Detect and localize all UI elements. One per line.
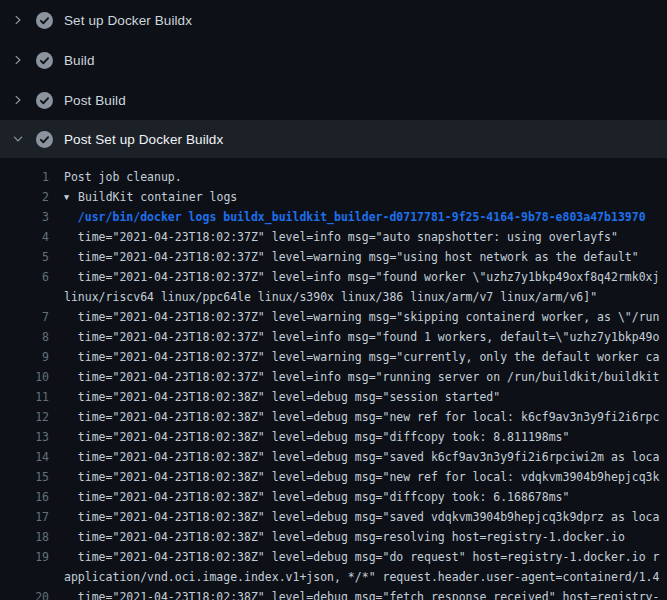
line-number[interactable]: 12: [0, 407, 49, 427]
log-text: time="2021-04-23T18:02:38Z" level=debug …: [64, 447, 659, 467]
log-line: 19 time="2021-04-23T18:02:38Z" level=deb…: [0, 547, 667, 567]
step-header-2[interactable]: Build: [0, 40, 667, 80]
log-line: 13 time="2021-04-23T18:02:38Z" level=deb…: [0, 427, 667, 447]
log-text: Post job cleanup.: [64, 167, 182, 187]
line-number[interactable]: [0, 287, 49, 307]
line-number[interactable]: 7: [0, 307, 49, 327]
log-text: time="2021-04-23T18:02:37Z" level=info m…: [64, 367, 659, 387]
log-text: time="2021-04-23T18:02:38Z" level=debug …: [64, 407, 659, 427]
line-number[interactable]: 16: [0, 487, 49, 507]
log-line: 1 Post job cleanup.: [0, 167, 667, 187]
log-line-continuation: application/vnd.oci.image.index.v1+json,…: [0, 567, 667, 587]
step-header-3[interactable]: Post Build: [0, 80, 667, 120]
log-line: 4 time="2021-04-23T18:02:37Z" level=info…: [0, 227, 667, 247]
log-text: time="2021-04-23T18:02:38Z" level=debug …: [64, 427, 569, 447]
line-number[interactable]: 8: [0, 327, 49, 347]
log-text: time="2021-04-23T18:02:38Z" level=debug …: [64, 467, 659, 487]
group-toggle-icon[interactable]: ▼: [64, 187, 78, 207]
log-text: time="2021-04-23T18:02:38Z" level=debug …: [64, 507, 659, 527]
log-text: linux/riscv64 linux/ppc64le linux/s390x …: [64, 287, 597, 307]
log-line: 8 time="2021-04-23T18:02:37Z" level=info…: [0, 327, 667, 347]
line-number[interactable]: 6: [0, 267, 49, 287]
log-line: 16 time="2021-04-23T18:02:38Z" level=deb…: [0, 487, 667, 507]
log-text: time="2021-04-23T18:02:38Z" level=debug …: [64, 547, 659, 567]
log-text: time="2021-04-23T18:02:38Z" level=debug …: [64, 487, 569, 507]
line-number[interactable]: 2: [0, 187, 49, 207]
log-line: 20 time="2021-04-23T18:02:38Z" level=deb…: [0, 587, 667, 600]
log-line: 18 time="2021-04-23T18:02:38Z" level=deb…: [0, 527, 667, 547]
log-line: 9 time="2021-04-23T18:02:37Z" level=warn…: [0, 347, 667, 367]
check-circle-icon: [36, 12, 53, 29]
chevron-icon: [12, 133, 24, 145]
steps-list: Set up Docker Buildx Build P: [0, 0, 667, 158]
line-number[interactable]: 17: [0, 507, 49, 527]
log-line: 17 time="2021-04-23T18:02:38Z" level=deb…: [0, 507, 667, 527]
log-line: 10 time="2021-04-23T18:02:37Z" level=inf…: [0, 367, 667, 387]
line-number[interactable]: 3: [0, 207, 49, 227]
log-text: time="2021-04-23T18:02:37Z" level=warnin…: [64, 307, 659, 327]
log-text: application/vnd.oci.image.index.v1+json,…: [64, 567, 659, 587]
line-number[interactable]: 11: [0, 387, 49, 407]
step-title: Post Build: [64, 93, 126, 108]
line-number[interactable]: 20: [0, 587, 49, 600]
line-number[interactable]: 1: [0, 167, 49, 187]
log-line-continuation: linux/riscv64 linux/ppc64le linux/s390x …: [0, 287, 667, 307]
log-line: 11 time="2021-04-23T18:02:38Z" level=deb…: [0, 387, 667, 407]
log-text: time="2021-04-23T18:02:37Z" level=info m…: [64, 227, 618, 247]
check-circle-icon: [36, 92, 53, 109]
log-text: time="2021-04-23T18:02:37Z" level=warnin…: [64, 247, 639, 267]
step-title: Set up Docker Buildx: [64, 13, 192, 28]
line-number[interactable]: 15: [0, 467, 49, 487]
line-number[interactable]: 5: [0, 247, 49, 267]
log-line: 6 time="2021-04-23T18:02:37Z" level=info…: [0, 267, 667, 287]
group-label: BuildKit container logs: [78, 190, 237, 204]
step-header-1[interactable]: Set up Docker Buildx: [0, 0, 667, 40]
line-number[interactable]: [0, 567, 49, 587]
log-lines: 1 Post job cleanup. 2 ▼BuildKit containe…: [0, 158, 667, 600]
log-line: 12 time="2021-04-23T18:02:38Z" level=deb…: [0, 407, 667, 427]
line-number[interactable]: 9: [0, 347, 49, 367]
line-number[interactable]: 10: [0, 367, 49, 387]
log-text: /usr/bin/docker logs buildx_buildkit_bui…: [64, 207, 646, 227]
step-title: Build: [64, 53, 95, 68]
log-line: 5 time="2021-04-23T18:02:37Z" level=warn…: [0, 247, 667, 267]
step-header-4[interactable]: Post Set up Docker Buildx: [0, 120, 667, 158]
chevron-icon: [12, 94, 24, 106]
log-line: 2 ▼BuildKit container logs: [0, 187, 667, 207]
step-title: Post Set up Docker Buildx: [64, 132, 223, 147]
log-text: time="2021-04-23T18:02:38Z" level=debug …: [64, 587, 659, 600]
log-text: time="2021-04-23T18:02:37Z" level=info m…: [64, 327, 659, 347]
check-circle-icon: [36, 131, 53, 148]
check-circle-icon: [36, 52, 53, 69]
chevron-icon: [12, 54, 24, 66]
line-number[interactable]: 19: [0, 547, 49, 567]
log-text: time="2021-04-23T18:02:38Z" level=debug …: [64, 387, 500, 407]
log-line: 15 time="2021-04-23T18:02:38Z" level=deb…: [0, 467, 667, 487]
log-line: 3 /usr/bin/docker logs buildx_buildkit_b…: [0, 207, 667, 227]
log-line: 14 time="2021-04-23T18:02:38Z" level=deb…: [0, 447, 667, 467]
line-number[interactable]: 18: [0, 527, 49, 547]
log-text: time="2021-04-23T18:02:37Z" level=warnin…: [64, 347, 659, 367]
log-line: 7 time="2021-04-23T18:02:37Z" level=warn…: [0, 307, 667, 327]
line-number[interactable]: 14: [0, 447, 49, 467]
log-text: time="2021-04-23T18:02:37Z" level=info m…: [64, 267, 659, 287]
log-text: ▼BuildKit container logs: [64, 187, 237, 207]
line-number[interactable]: 13: [0, 427, 49, 447]
chevron-icon: [12, 14, 24, 26]
line-number[interactable]: 4: [0, 227, 49, 247]
log-text: time="2021-04-23T18:02:38Z" level=debug …: [64, 527, 625, 547]
